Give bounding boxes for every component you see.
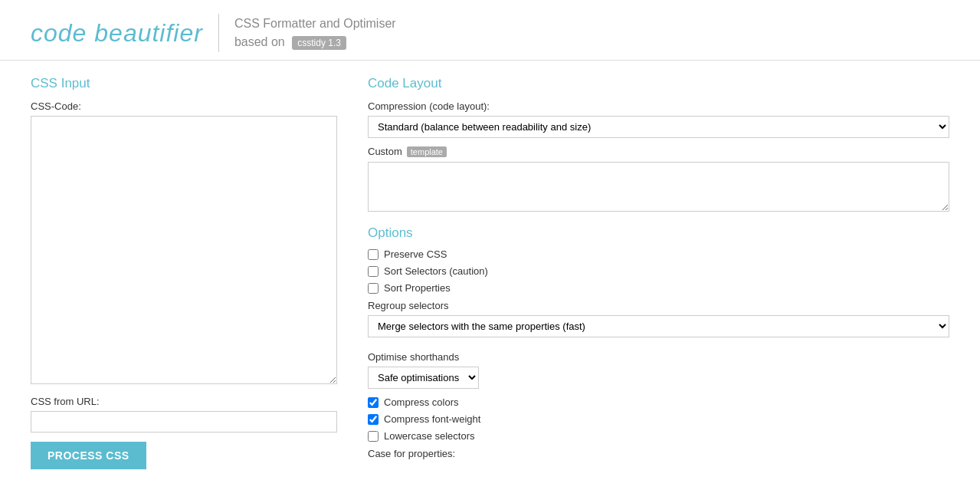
- css-code-textarea[interactable]: [31, 116, 337, 384]
- sort-properties-row: Sort Properties: [368, 282, 949, 294]
- process-css-button[interactable]: PROCESS CSS: [31, 442, 146, 469]
- custom-template-textarea[interactable]: [368, 162, 949, 212]
- sort-properties-checkbox[interactable]: [368, 283, 379, 294]
- csstidy-badge: csstidy 1.3: [292, 36, 346, 50]
- sort-selectors-row: Sort Selectors (caution): [368, 265, 949, 277]
- css-input-title: CSS Input: [31, 76, 337, 91]
- preserve-css-label: Preserve CSS: [384, 248, 447, 260]
- header: code beautifier CSS Formatter and Optimi…: [0, 0, 980, 61]
- optimise-select[interactable]: Safe optimisations All optimisations No …: [368, 367, 479, 389]
- template-badge: template: [407, 146, 447, 157]
- right-panel: Code Layout Compression (code layout): S…: [368, 76, 949, 469]
- preserve-css-row: Preserve CSS: [368, 248, 949, 260]
- compression-select[interactable]: Standard (balance between readability an…: [368, 116, 949, 138]
- lowercase-selectors-row: Lowercase selectors: [368, 430, 949, 442]
- compress-font-checkbox[interactable]: [368, 414, 379, 425]
- compress-colors-row: Compress colors: [368, 396, 949, 408]
- lowercase-selectors-label: Lowercase selectors: [384, 430, 475, 442]
- options-title: Options: [368, 225, 949, 241]
- lowercase-selectors-checkbox[interactable]: [368, 431, 379, 442]
- compress-font-label: Compress font-weight: [384, 413, 480, 425]
- compress-colors-label: Compress colors: [384, 396, 459, 408]
- main-content: CSS Input CSS-Code: CSS from URL: PROCES…: [0, 76, 980, 469]
- header-divider: [218, 14, 219, 52]
- case-properties-label: Case for properties:: [368, 448, 949, 459]
- sort-properties-label: Sort Properties: [384, 282, 451, 294]
- header-subtitle: CSS Formatter and Optimiser based on css…: [234, 15, 396, 51]
- css-url-input[interactable]: [31, 411, 337, 433]
- custom-label: Custom: [368, 146, 402, 157]
- header-subtitle-block: CSS Formatter and Optimiser based on css…: [234, 15, 396, 51]
- compress-font-row: Compress font-weight: [368, 413, 949, 425]
- left-panel: CSS Input CSS-Code: CSS from URL: PROCES…: [31, 76, 337, 469]
- preserve-css-checkbox[interactable]: [368, 249, 379, 260]
- sort-selectors-label: Sort Selectors (caution): [384, 265, 488, 277]
- css-code-label: CSS-Code:: [31, 100, 337, 112]
- logo: code beautifier: [31, 19, 203, 48]
- optimise-label: Optimise shorthands: [368, 351, 949, 363]
- css-url-label: CSS from URL:: [31, 396, 337, 407]
- regroup-label: Regroup selectors: [368, 300, 949, 311]
- compression-label: Compression (code layout):: [368, 100, 949, 112]
- compress-colors-checkbox[interactable]: [368, 397, 379, 408]
- regroup-select[interactable]: Merge selectors with the same properties…: [368, 315, 949, 337]
- custom-template-row: Custom template: [368, 146, 949, 157]
- sort-selectors-checkbox[interactable]: [368, 266, 379, 277]
- code-layout-title: Code Layout: [368, 76, 949, 91]
